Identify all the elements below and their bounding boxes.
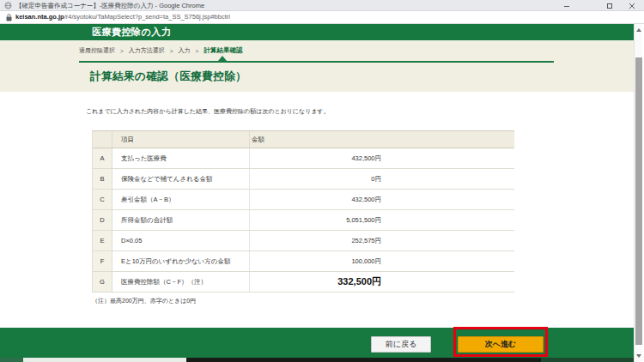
vertical-scrollbar[interactable] <box>634 24 642 362</box>
row-key: A <box>93 148 112 168</box>
chevron-right-icon: > <box>170 48 173 54</box>
row-amount: 432,500円 <box>250 148 514 168</box>
scroll-down-icon[interactable] <box>636 354 641 358</box>
row-amount-total: 332,500円 <box>250 272 514 292</box>
minimize-icon[interactable] <box>560 0 574 11</box>
row-key: F <box>93 251 112 271</box>
result-table: 項目 金額 A 支払った医療費 432,500円 B 保険金などで補てんされる金… <box>92 130 514 293</box>
row-amount: 5,051,500円 <box>250 210 514 230</box>
table-row: A 支払った医療費 432,500円 <box>93 148 514 169</box>
footnote: （注）最高200万円、赤字のときは0円 <box>92 297 196 305</box>
table-row: E D×0.05 252,575円 <box>93 231 514 251</box>
header-key-cell <box>93 131 112 148</box>
chevron-right-icon: > <box>120 48 124 54</box>
window-titlebar: 【確定申告書作成コーナー】-医療費控除の入力 - Google Chrome <box>0 0 644 11</box>
table-row: C 差引金額（A－B） 432,500円 <box>93 190 514 210</box>
row-key: C <box>93 190 112 209</box>
row-key: B <box>93 169 112 189</box>
row-label: 所得金額の合計額 <box>112 210 250 230</box>
row-label: 差引金額（A－B） <box>112 190 250 209</box>
url-domain: keisan.nta.go.jp <box>15 13 64 21</box>
chevron-right-icon: > <box>196 48 199 54</box>
progress-line <box>79 61 554 63</box>
header-amount-cell: 金額 <box>250 131 514 148</box>
url-path: /r4/syotoku/TaMapSelect?p_send=ta_SS_S75… <box>64 13 230 21</box>
row-amount: 432,500円 <box>250 190 514 209</box>
table-row-total: G 医療費控除額（C－F）（注） 332,500円 <box>93 272 514 293</box>
breadcrumb-section: 適用控除選択 > 入力方法選択 > 入力 > 計算結果確認 計算結果の確認（医療… <box>0 40 634 92</box>
breadcrumb-current-step: 計算結果確認 <box>204 46 242 55</box>
breadcrumb-step-2: 入力方法選択 <box>129 46 165 55</box>
main-content: これまでに入力された内容から計算した結果、医療費控除の額は次のとおりになります。… <box>0 92 634 328</box>
breadcrumb-step-3: 入力 <box>179 46 191 55</box>
row-key: E <box>93 231 112 250</box>
intro-text: これまでに入力された内容から計算した結果、医療費控除の額は次のとおりになります。 <box>86 107 330 116</box>
close-icon[interactable] <box>625 0 639 11</box>
row-amount: 0円 <box>250 169 514 189</box>
row-label: Eと10万円のいずれか少ない方の金額 <box>112 251 250 271</box>
footer-bar: 前に戻る 次へ進む <box>0 328 634 358</box>
app-header: 医療費控除の入力 <box>0 24 634 40</box>
row-label: 支払った医療費 <box>112 148 250 168</box>
breadcrumb-step-1: 適用控除選択 <box>79 46 115 55</box>
browser-window: 【確定申告書作成コーナー】-医療費控除の入力 - Google Chrome k… <box>0 0 644 362</box>
row-label: 医療費控除額（C－F）（注） <box>112 272 250 292</box>
row-key: D <box>93 210 112 230</box>
table-row: F Eと10万円のいずれか少ない方の金額 100,000円 <box>93 251 514 272</box>
window-title: 【確定申告書作成コーナー】-医療費控除の入力 - Google Chrome <box>15 0 204 11</box>
breadcrumb: 適用控除選択 > 入力方法選択 > 入力 > 計算結果確認 <box>79 46 242 55</box>
page-title: 計算結果の確認（医療費控除） <box>90 69 246 84</box>
maximize-icon[interactable] <box>603 0 617 11</box>
table-row: B 保険金などで補てんされる金額 0円 <box>93 169 514 190</box>
row-key: G <box>93 272 112 292</box>
row-amount: 100,000円 <box>250 251 514 271</box>
scrollbar-thumb[interactable] <box>635 57 642 345</box>
row-label: 保険金などで補てんされる金額 <box>112 169 250 189</box>
scroll-up-icon[interactable] <box>636 28 641 32</box>
address-bar[interactable]: keisan.nta.go.jp/r4/syotoku/TaMapSelect?… <box>0 11 644 24</box>
url-text: keisan.nta.go.jp/r4/syotoku/TaMapSelect?… <box>15 11 230 23</box>
lock-icon[interactable] <box>6 14 12 21</box>
table-row: D 所得金額の合計額 5,051,500円 <box>93 210 514 231</box>
next-button[interactable]: 次へ進む <box>458 336 544 353</box>
globe-icon <box>4 2 12 9</box>
table-header-row: 項目 金額 <box>93 131 514 148</box>
app-header-title: 医療費控除の入力 <box>92 24 171 40</box>
row-amount: 252,575円 <box>250 231 514 250</box>
row-label: D×0.05 <box>112 231 250 250</box>
page-bottom-strip <box>0 358 634 362</box>
header-item-cell: 項目 <box>112 131 250 148</box>
back-button[interactable]: 前に戻る <box>371 336 431 353</box>
